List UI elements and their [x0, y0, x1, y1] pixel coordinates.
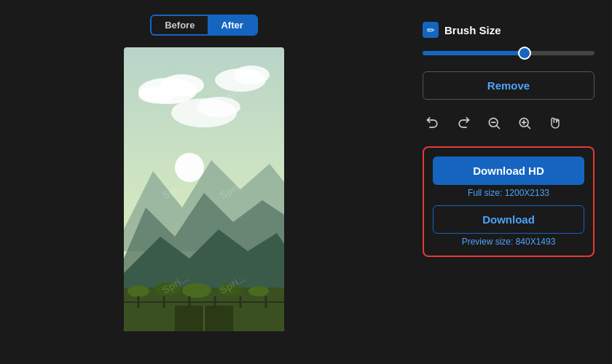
- slider-container: [423, 45, 595, 58]
- download-section: Download HD Full size: 1200X2133 Downloa…: [423, 146, 595, 257]
- zoom-in-button[interactable]: [514, 113, 535, 133]
- tools-row: [423, 113, 595, 133]
- svg-point-3: [138, 86, 175, 103]
- toggle-bar: Before After: [150, 15, 258, 36]
- preview-size-label: Preview size: 840X1493: [433, 237, 584, 247]
- svg-line-31: [527, 126, 530, 129]
- svg-point-8: [175, 153, 204, 182]
- before-button[interactable]: Before: [152, 16, 208, 34]
- undo-button[interactable]: [423, 113, 443, 133]
- hand-tool-button[interactable]: [545, 113, 565, 133]
- svg-point-7: [197, 97, 240, 117]
- redo-button[interactable]: [453, 113, 474, 133]
- brush-size-label: Brush Size: [444, 24, 501, 36]
- hd-size-label: Full size: 1200X2133: [433, 188, 584, 198]
- svg-point-15: [182, 283, 211, 298]
- brush-size-slider[interactable]: [423, 51, 595, 55]
- svg-point-16: [218, 284, 241, 296]
- svg-point-14: [154, 282, 181, 296]
- after-button[interactable]: After: [208, 16, 256, 34]
- brush-section: ✏ Brush Size: [423, 22, 595, 58]
- download-button[interactable]: Download: [433, 205, 584, 234]
- svg-point-5: [233, 66, 270, 84]
- zoom-out-button[interactable]: [484, 113, 504, 133]
- brush-icon: ✏: [423, 22, 439, 38]
- svg-line-28: [497, 126, 500, 129]
- image-preview: Spri... Spri... Spri... Spri... Spri... …: [124, 47, 284, 331]
- left-panel: Before After: [0, 0, 408, 364]
- download-hd-button[interactable]: Download HD: [433, 157, 584, 185]
- svg-point-13: [128, 285, 149, 297]
- right-panel: ✏ Brush Size Remove: [408, 0, 612, 364]
- remove-button[interactable]: Remove: [423, 71, 595, 100]
- brush-header: ✏ Brush Size: [423, 22, 595, 38]
- svg-point-17: [248, 286, 269, 296]
